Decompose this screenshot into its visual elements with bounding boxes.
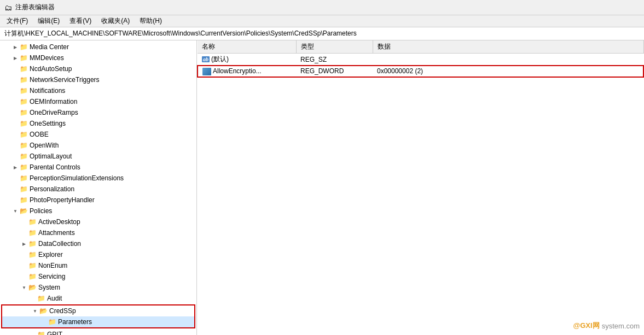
- tree-item-gpit[interactable]: 📁GPIT: [0, 329, 196, 335]
- expand-icon-mmdevices[interactable]: ▶: [11, 54, 20, 62]
- tree-item-openwith[interactable]: 📁OpenWith: [0, 140, 196, 151]
- expand-icon-credssp[interactable]: ▼: [31, 307, 39, 315]
- tree-label-attachments: Attachments: [38, 229, 75, 237]
- tree-item-system[interactable]: ▼📂System: [0, 282, 196, 293]
- tree-item-oeminformation[interactable]: 📁OEMInformation: [0, 96, 196, 107]
- expand-icon-media-center[interactable]: ▶: [11, 43, 20, 51]
- tree-label-notifications: Notifications: [30, 87, 65, 95]
- tree-item-oobe[interactable]: 📁OOBE: [0, 129, 196, 140]
- menu-item-v[interactable]: 查看(V): [65, 15, 96, 27]
- tree-item-policies[interactable]: ▼📂Policies: [0, 205, 196, 216]
- menu-item-h[interactable]: 帮助(H): [135, 15, 166, 27]
- expand-icon-photopropertyhandler: [11, 196, 20, 204]
- app-icon: 🗂: [4, 3, 12, 12]
- tree-item-explorer[interactable]: 📁Explorer: [0, 249, 196, 260]
- tree-item-onesettings[interactable]: 📁OneSettings: [0, 118, 196, 129]
- folder-icon-nonenum: 📁: [28, 262, 37, 269]
- tree-label-parameters: Parameters: [58, 318, 92, 326]
- tree-item-onedriveramps[interactable]: 📁OneDriveRamps: [0, 107, 196, 118]
- tree-item-media-center[interactable]: ▶📁Media Center: [0, 42, 196, 52]
- tree-item-notifications[interactable]: 📁Notifications: [0, 85, 196, 96]
- folder-icon-parental-controls: 📁: [20, 163, 28, 171]
- tree-item-optimallayout[interactable]: 📁OptimalLayout: [0, 151, 196, 162]
- tree-item-parameters[interactable]: 📁Parameters: [2, 316, 194, 327]
- tree-label-onesettings: OneSettings: [30, 120, 66, 127]
- folder-icon-onesettings: 📁: [20, 120, 28, 127]
- folder-icon-credssp: 📂: [39, 307, 48, 315]
- menu-bar: 文件(F)编辑(E)查看(V)收藏夹(A)帮助(H): [0, 15, 644, 27]
- tree-item-ncdautosetup[interactable]: 📁NcdAutoSetup: [0, 63, 196, 74]
- tree-label-mmdevices: MMDevices: [30, 54, 64, 62]
- tree-item-nonenum[interactable]: 📁NonEnum: [0, 260, 196, 271]
- folder-icon-ncdautosetup: 📁: [20, 65, 28, 73]
- address-path: 计算机\HKEY_LOCAL_MACHINE\SOFTWARE\Microsof…: [4, 29, 357, 38]
- menu-item-a[interactable]: 收藏夹(A): [97, 15, 134, 27]
- tree-label-activedesktop: ActiveDesktop: [38, 218, 80, 226]
- expand-icon-networkservicetriggers: [11, 75, 20, 84]
- folder-icon-mmdevices: 📁: [20, 54, 28, 62]
- expand-icon-oeminformation: [11, 97, 20, 106]
- tree-pane[interactable]: ▶📁Media Center▶📁MMDevices📁NcdAutoSetup📁N…: [0, 40, 197, 335]
- folder-icon-networkservicetriggers: 📁: [20, 76, 28, 84]
- tree-label-datacollection: DataCollection: [38, 240, 81, 248]
- folder-icon-gpit: 📁: [37, 331, 45, 335]
- value-name-allowencryption: AllowEncryptio...: [213, 67, 262, 75]
- cell-type-allowencryption: REG_DWORD: [296, 66, 373, 77]
- tree-item-parental-controls[interactable]: ▶📁Parental Controls: [0, 162, 196, 173]
- tree-item-personalization[interactable]: 📁Personalization: [0, 184, 196, 195]
- folder-icon-datacollection: 📁: [28, 240, 37, 248]
- table-row-allowencryption[interactable]: AllowEncryptio...REG_DWORD0x00000002 (2): [198, 66, 643, 77]
- tree-label-system: System: [38, 284, 60, 291]
- tree-item-networkservicetriggers[interactable]: 📁NetworkServiceTriggers: [0, 74, 196, 85]
- tree-item-audit[interactable]: 📁Audit: [0, 293, 196, 304]
- expand-icon-parental-controls[interactable]: ▶: [11, 163, 20, 172]
- cell-type-default: REG_SZ: [296, 54, 373, 66]
- folder-icon-activedesktop: 📁: [28, 218, 37, 226]
- tree-item-datacollection[interactable]: ▶📁DataCollection: [0, 238, 196, 249]
- expand-icon-datacollection[interactable]: ▶: [20, 239, 28, 248]
- expand-icon-explorer: [20, 250, 28, 259]
- expand-icon-servicing: [20, 272, 28, 281]
- expand-icon-system[interactable]: ▼: [20, 283, 28, 292]
- registry-table: 名称 类型 数据 ab(默认)REG_SZAllowEncryptio...RE…: [197, 40, 644, 78]
- tree-item-activedesktop[interactable]: 📁ActiveDesktop: [0, 216, 196, 227]
- expand-icon-nonenum: [20, 261, 28, 270]
- expand-icon-ncdautosetup: [11, 64, 20, 73]
- tree-item-servicing[interactable]: 📁Servicing: [0, 271, 196, 282]
- expand-icon-audit: [28, 294, 37, 303]
- expand-icon-perceptionsimulationextensions: [11, 174, 20, 183]
- tree-item-photopropertyhandler[interactable]: 📁PhotoPropertyHandler: [0, 195, 196, 205]
- expand-icon-optimallayout: [11, 152, 20, 161]
- tree-label-personalization: Personalization: [30, 185, 74, 193]
- tree-item-attachments[interactable]: 📁Attachments: [0, 227, 196, 238]
- folder-icon-photopropertyhandler: 📁: [20, 196, 28, 204]
- tree-label-oeminformation: OEMInformation: [30, 98, 77, 105]
- tree-item-mmdevices[interactable]: ▶📁MMDevices: [0, 52, 196, 63]
- expand-icon-policies[interactable]: ▼: [11, 207, 20, 215]
- folder-icon-attachments: 📁: [28, 229, 37, 237]
- folder-icon-openwith: 📁: [20, 142, 28, 149]
- folder-icon-explorer: 📁: [28, 251, 37, 258]
- expand-icon-notifications: [11, 86, 20, 95]
- cell-name-allowencryption: AllowEncryptio...: [198, 66, 296, 77]
- folder-icon-oobe: 📁: [20, 131, 28, 138]
- menu-item-f[interactable]: 文件(F): [2, 15, 32, 27]
- expand-icon-onedriveramps: [11, 108, 20, 117]
- cell-data-default: [373, 54, 643, 66]
- tree-label-media-center: Media Center: [30, 43, 69, 51]
- tree-label-nonenum: NonEnum: [38, 262, 67, 269]
- expand-icon-activedesktop: [20, 218, 28, 226]
- expand-icon-onesettings: [11, 119, 20, 128]
- folder-icon-media-center: 📁: [20, 43, 28, 51]
- menu-item-e[interactable]: 编辑(E): [33, 15, 64, 27]
- tree-label-servicing: Servicing: [38, 273, 65, 280]
- folder-icon-audit: 📁: [37, 295, 45, 302]
- tree-label-networkservicetriggers: NetworkServiceTriggers: [30, 76, 100, 84]
- tree-label-gpit: GPIT: [47, 331, 62, 335]
- folder-icon-system: 📂: [28, 284, 37, 291]
- tree-item-credssp[interactable]: ▼📂CredSSp: [2, 305, 194, 316]
- cell-data-allowencryption: 0x00000002 (2): [373, 66, 643, 77]
- tree-item-perceptionsimulationextensions[interactable]: 📁PerceptionSimulationExtensions: [0, 173, 196, 184]
- folder-icon-notifications: 📁: [20, 87, 28, 95]
- table-row-default[interactable]: ab(默认)REG_SZ: [198, 54, 643, 66]
